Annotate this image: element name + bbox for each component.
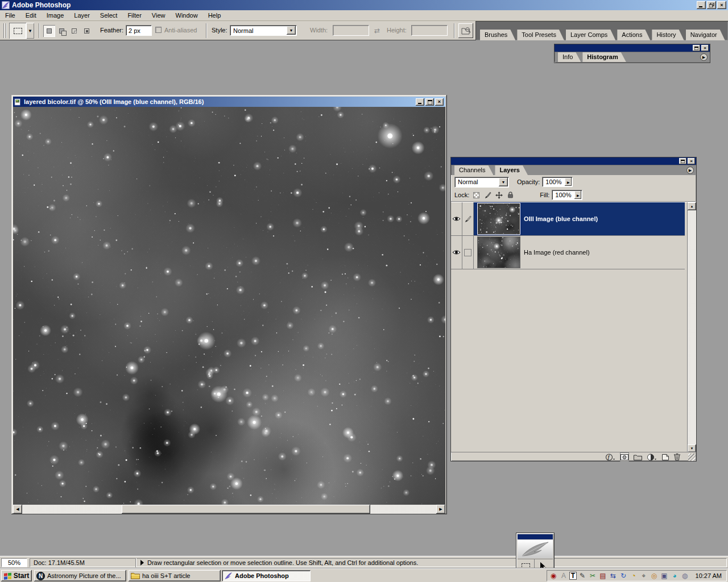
start-button[interactable]: Start	[1, 570, 32, 581]
new-group-button[interactable]	[634, 453, 642, 461]
clock[interactable]: 10:27 AM	[696, 572, 726, 579]
status-arrow-icon[interactable]	[140, 560, 144, 566]
tab-tool-presets[interactable]: Tool Presets	[517, 30, 564, 40]
lock-all-button[interactable]	[506, 191, 515, 199]
app-titlebar[interactable]: Adobe Photoshop ×	[0, 0, 728, 10]
refresh-icon[interactable]: ↻	[619, 571, 628, 580]
palette-menu-icon[interactable]: ▶	[686, 167, 694, 174]
menu-help[interactable]: Help	[203, 11, 226, 20]
menu-window[interactable]: Window	[171, 11, 203, 20]
menu-select[interactable]: Select	[95, 11, 123, 20]
palette-menu-icon[interactable]: ▶	[700, 53, 708, 61]
swap-dimensions-icon[interactable]: ⇄	[374, 27, 380, 35]
collapse-icon[interactable]	[693, 45, 700, 51]
doc-close-icon[interactable]: ×	[435, 98, 444, 106]
quicktime-icon[interactable]: ◕	[670, 571, 679, 580]
tab-layer-comps[interactable]: Layer Comps	[566, 30, 615, 40]
task-folder[interactable]: ha oiii S+T article	[129, 570, 221, 581]
menu-filter[interactable]: Filter	[122, 11, 146, 20]
image-canvas[interactable]	[13, 107, 445, 505]
scroll-right-icon[interactable]: ▶	[436, 505, 445, 514]
doc-maximize-icon[interactable]	[425, 98, 434, 106]
resize-grip[interactable]	[688, 454, 696, 461]
collapse-icon[interactable]	[679, 158, 686, 164]
doc-minimize-icon[interactable]	[416, 98, 424, 106]
menu-edit[interactable]: Edit	[20, 11, 42, 20]
fill-spinner[interactable]: 100% ▶	[552, 190, 582, 200]
active-layer-cell[interactable]	[462, 202, 474, 235]
width-input[interactable]	[333, 25, 369, 36]
add-selection-button[interactable]	[56, 25, 68, 37]
visibility-toggle[interactable]	[451, 236, 462, 269]
zoom-level-field[interactable]: 50%	[1, 558, 27, 567]
vertical-scrollbar[interactable]: ▲ ▼	[687, 202, 696, 452]
feather-input[interactable]	[126, 25, 152, 36]
lock-position-button[interactable]	[495, 191, 503, 199]
menu-view[interactable]: View	[147, 11, 171, 20]
file-browser-button[interactable]	[458, 23, 473, 38]
tab-histogram[interactable]: Histogram	[582, 52, 626, 62]
new-layer-button[interactable]	[662, 453, 669, 461]
marquee-tool-button[interactable]: ▼	[9, 23, 34, 39]
ink-pen-icon[interactable]: ✎	[578, 571, 587, 580]
layer-thumbnail[interactable]	[477, 203, 520, 235]
toolbox-titlebar[interactable]	[518, 534, 553, 539]
sync-arrows-icon[interactable]: ⇆	[609, 571, 618, 580]
adjustment-layer-button[interactable]	[647, 453, 657, 461]
layer-style-button[interactable]: f	[606, 453, 615, 461]
scroll-thumb[interactable]	[122, 505, 370, 514]
subtract-selection-button[interactable]	[68, 25, 80, 37]
menu-image[interactable]: Image	[42, 11, 69, 20]
task-astronomy-picture[interactable]: N Astronomy Picture of the...	[34, 570, 126, 581]
photoshop-logo[interactable]	[518, 540, 553, 558]
link-cell[interactable]	[462, 236, 474, 269]
close-icon[interactable]: ×	[701, 45, 709, 51]
task-photoshop[interactable]: Adobe Photoshop	[222, 570, 311, 581]
tab-channels[interactable]: Channels	[454, 165, 493, 175]
antivirus-icon[interactable]: ◉	[549, 571, 558, 580]
scroll-down-icon[interactable]: ▼	[688, 444, 696, 452]
close-icon[interactable]: ×	[717, 1, 726, 9]
mouse-icon[interactable]: ⌖	[639, 571, 648, 580]
minimize-icon[interactable]	[697, 1, 706, 9]
layer-row-ha[interactable]: Ha Image (red channel)	[451, 236, 685, 269]
add-mask-button[interactable]	[621, 453, 628, 461]
printer-icon[interactable]: ▣	[660, 571, 669, 580]
style-dropdown[interactable]: Normal ▼	[230, 25, 297, 36]
tab-info[interactable]: Info	[558, 52, 581, 62]
scroll-up-icon[interactable]: ▲	[688, 202, 696, 210]
horizontal-scrollbar[interactable]: ◀ ▶	[13, 505, 445, 514]
delete-layer-button[interactable]	[674, 453, 680, 461]
menu-layer[interactable]: Layer	[69, 11, 95, 20]
lock-paint-button[interactable]	[483, 191, 492, 199]
intersect-selection-button[interactable]	[81, 25, 93, 37]
document-titlebar[interactable]: layered bicolor.tif @ 50% (OIII Image (b…	[13, 97, 445, 107]
tab-brushes[interactable]: Brushes	[480, 30, 515, 40]
scissors-icon[interactable]: ✂	[588, 571, 597, 580]
layers-palette-titlebar[interactable]: ×	[451, 157, 696, 165]
disc-icon[interactable]: ◎	[650, 571, 659, 580]
scroll-track[interactable]	[22, 505, 436, 514]
visibility-toggle[interactable]	[451, 202, 462, 235]
layer-row-oiii[interactable]: OIII Image (blue channel)	[451, 202, 685, 236]
close-icon[interactable]: ×	[688, 158, 695, 164]
tab-actions[interactable]: Actions	[617, 30, 650, 40]
tab-layers[interactable]: Layers	[495, 165, 527, 175]
doc-size-info[interactable]: Doc: 17.1M/45.5M	[30, 559, 135, 566]
restore-icon[interactable]	[707, 1, 716, 9]
lock-transparency-button[interactable]	[472, 191, 481, 199]
new-selection-button[interactable]	[43, 25, 55, 37]
blend-mode-dropdown[interactable]: Normal ▼	[454, 177, 509, 188]
volume-icon[interactable]: ◍	[680, 571, 689, 580]
layer-thumbnail[interactable]	[477, 236, 520, 268]
histogram-palette-titlebar[interactable]: ×	[555, 44, 710, 52]
tab-navigator[interactable]: Navigator	[686, 30, 725, 40]
letter-t-icon[interactable]: T	[569, 572, 577, 580]
letter-a-icon[interactable]: A	[559, 571, 568, 580]
tool-preset-dropdown-icon[interactable]: ▼	[26, 23, 34, 39]
tab-history[interactable]: History	[652, 30, 684, 40]
book-icon[interactable]: ▤	[598, 571, 607, 580]
layer-name[interactable]: OIII Image (blue channel)	[524, 215, 598, 222]
antialiased-checkbox[interactable]	[155, 27, 162, 33]
scroll-left-icon[interactable]: ◀	[13, 505, 22, 514]
